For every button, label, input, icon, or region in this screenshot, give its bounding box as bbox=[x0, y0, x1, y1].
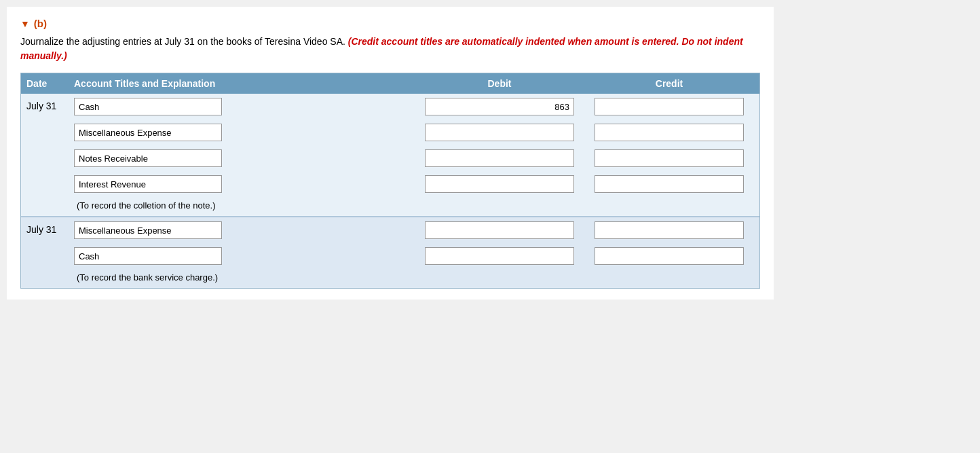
table-row bbox=[21, 120, 759, 145]
table-row bbox=[21, 243, 759, 269]
entry-1-row-3-debit-input[interactable] bbox=[425, 149, 574, 167]
entry-1-memo-row: (To record the colletion of the note.) bbox=[21, 197, 759, 216]
entry-1-row-2-account-input[interactable] bbox=[74, 124, 222, 141]
entry-1-row-2-debit-cell bbox=[415, 124, 584, 141]
entry-2-section: July 31 bbox=[21, 216, 759, 288]
entry-1-row-2-credit-cell bbox=[584, 124, 754, 141]
entry-1-row-4-debit-input[interactable] bbox=[425, 175, 574, 193]
entry-2-row-1-credit-cell bbox=[584, 221, 754, 239]
instructions: Journalize the adjusting entries at July… bbox=[20, 35, 760, 63]
entry-1-row-1-credit-cell bbox=[584, 98, 754, 115]
journal-table: Date Account Titles and Explanation Debi… bbox=[20, 73, 760, 289]
entry-2-row-1-account-cell bbox=[74, 221, 415, 239]
header-debit: Debit bbox=[415, 78, 584, 89]
main-container: ▼ (b) Journalize the adjusting entries a… bbox=[7, 7, 774, 300]
empty-date-cell bbox=[26, 246, 74, 250]
header-credit: Credit bbox=[584, 78, 754, 89]
entry-2-date: July 31 bbox=[26, 220, 74, 235]
collapse-icon[interactable]: ▼ bbox=[20, 18, 30, 29]
entry-1-row-4-account-cell bbox=[74, 175, 415, 193]
instructions-plain: Journalize the adjusting entries at July… bbox=[20, 36, 345, 47]
entry-1-section: July 31 bbox=[21, 94, 759, 216]
entry-2-memo-row: (To record the bank service charge.) bbox=[21, 269, 759, 288]
entry-1-row-3-debit-cell bbox=[415, 149, 584, 167]
section-header: ▼ (b) bbox=[20, 18, 760, 29]
empty-date-cell bbox=[26, 122, 74, 126]
table-row: July 31 bbox=[21, 94, 759, 120]
table-row bbox=[21, 171, 759, 197]
table-row bbox=[21, 145, 759, 171]
entry-2-row-2-account-input[interactable] bbox=[74, 247, 222, 265]
header-date: Date bbox=[26, 78, 74, 89]
entry-2-row-1-credit-input[interactable] bbox=[595, 221, 744, 239]
entry-1-row-1-account-input[interactable] bbox=[74, 98, 222, 115]
entry-1-row-2-credit-input[interactable] bbox=[595, 124, 744, 141]
table-row: July 31 bbox=[21, 217, 759, 243]
entry-1-row-1-debit-cell bbox=[415, 98, 584, 115]
entry-2-row-2-account-cell bbox=[74, 247, 415, 265]
entry-1-row-3-credit-input[interactable] bbox=[595, 149, 744, 167]
entry-2-memo: (To record the bank service charge.) bbox=[74, 272, 754, 283]
entry-1-memo: (To record the colletion of the note.) bbox=[74, 200, 754, 211]
empty-date-cell bbox=[26, 174, 74, 178]
entry-1-date: July 31 bbox=[26, 96, 74, 111]
entry-2-row-2-credit-cell bbox=[584, 247, 754, 265]
entry-2-row-1-debit-input[interactable] bbox=[425, 221, 574, 239]
entry-1-row-1-account-cell bbox=[74, 98, 415, 115]
entry-1-row-2-account-cell bbox=[74, 124, 415, 141]
section-label: (b) bbox=[34, 18, 47, 29]
entry-2-row-2-credit-input[interactable] bbox=[595, 247, 744, 265]
entry-1-row-4-credit-cell bbox=[584, 175, 754, 193]
table-header: Date Account Titles and Explanation Debi… bbox=[21, 73, 759, 94]
entry-2-row-1-account-input[interactable] bbox=[74, 221, 222, 239]
empty-date-cell bbox=[26, 148, 74, 152]
entry-1-row-3-account-input[interactable] bbox=[74, 149, 222, 167]
entry-2-row-2-debit-cell bbox=[415, 247, 584, 265]
entry-1-row-3-credit-cell bbox=[584, 149, 754, 167]
entry-2-row-1-debit-cell bbox=[415, 221, 584, 239]
entry-1-row-1-debit-input[interactable] bbox=[425, 98, 574, 115]
entry-1-row-2-debit-input[interactable] bbox=[425, 124, 574, 141]
entry-1-row-4-debit-cell bbox=[415, 175, 584, 193]
entry-1-row-4-credit-input[interactable] bbox=[595, 175, 744, 193]
entry-1-row-3-account-cell bbox=[74, 149, 415, 167]
entry-2-row-2-debit-input[interactable] bbox=[425, 247, 574, 265]
header-account: Account Titles and Explanation bbox=[74, 78, 415, 89]
entry-1-row-4-account-input[interactable] bbox=[74, 175, 222, 193]
entry-1-row-1-credit-input[interactable] bbox=[595, 98, 744, 115]
